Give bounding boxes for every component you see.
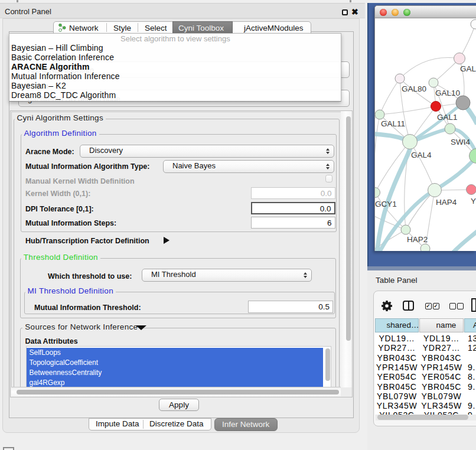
svg-text:GAL80: GAL80 — [402, 84, 426, 93]
svg-text:SWI4: SWI4 — [451, 138, 470, 146]
svg-text:GAL11: GAL11 — [381, 119, 405, 128]
svg-text:GAL1: GAL1 — [437, 113, 458, 122]
svg-text:YJ: YJ — [471, 197, 476, 206]
svg-text:GAL4: GAL4 — [411, 151, 432, 159]
svg-text:GAL10: GAL10 — [435, 89, 460, 97]
svg-text:HAP4: HAP4 — [436, 198, 457, 207]
svg-text:GCY1: GCY1 — [375, 200, 397, 208]
svg-text:GAL7: GAL7 — [460, 64, 476, 73]
svg-text:HAP2: HAP2 — [407, 235, 428, 244]
